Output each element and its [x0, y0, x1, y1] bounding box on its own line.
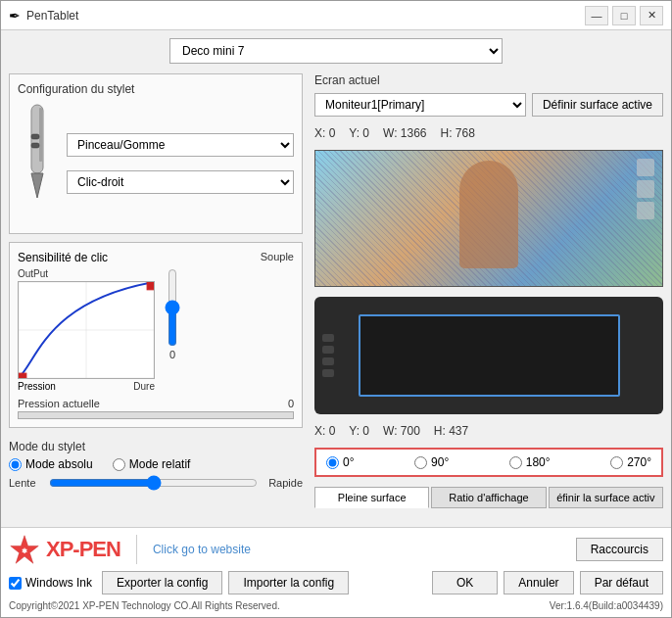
svg-text:✱: ✱ — [22, 547, 27, 555]
mode-relatif-label[interactable]: Mode relatif — [113, 457, 191, 471]
tablet-btn-3 — [322, 357, 334, 365]
shortcuts-button[interactable]: Raccourcis — [576, 538, 663, 561]
tablet-coord-x: X: 0 — [314, 424, 335, 438]
svg-marker-2 — [31, 173, 43, 198]
tablet-coord-row: X: 0 Y: 0 W: 700 H: 437 — [314, 424, 663, 438]
sensitivity-label: Sensibilité de clic — [18, 251, 108, 264]
coord-x: X: 0 — [314, 126, 335, 140]
app-title: PenTablet — [26, 9, 78, 23]
screen-select[interactable]: Moniteur1[Primary] — [314, 93, 526, 117]
pen-dropdowns: Pinceau/Gomme Clic-droit — [67, 123, 294, 194]
curve-container: OutPut — [18, 268, 294, 392]
pen-body: Pinceau/Gomme Clic-droit — [18, 100, 294, 217]
rotation-270-label[interactable]: 270° — [610, 455, 651, 469]
tablet-preview — [314, 297, 663, 414]
cancel-button[interactable]: Annuler — [504, 571, 573, 594]
curve-box — [18, 281, 155, 379]
speed-slider[interactable] — [49, 475, 258, 491]
lente-label: Lente — [9, 477, 43, 489]
speed-row: Lente Rapide — [9, 475, 303, 491]
define-surface-button[interactable]: Définir surface active — [532, 93, 663, 117]
svg-rect-11 — [19, 373, 26, 378]
sensitivity-section: Sensibilité de clic Souple OutPut — [9, 242, 303, 428]
maximize-button[interactable]: □ — [612, 6, 636, 25]
rotation-90-label[interactable]: 90° — [414, 455, 449, 469]
mode-absolu-label[interactable]: Mode absolu — [9, 457, 93, 471]
pression-label: Pression — [18, 381, 56, 392]
content-area: Deco mini 7 Configuration du stylet — [1, 30, 671, 527]
rotation-0-text: 0° — [343, 455, 354, 469]
action-row: Windows Ink Exporter la config Importer … — [9, 571, 663, 594]
version-text: Ver:1.6.4(Build:a0034439) — [550, 600, 663, 611]
rotation-270-text: 270° — [627, 455, 651, 469]
right-panel: Ecran actuel Moniteur1[Primary] Définir … — [314, 73, 663, 519]
rotation-0-radio[interactable] — [326, 456, 339, 469]
minimize-button[interactable]: — — [585, 6, 608, 25]
screen-preview — [314, 150, 663, 287]
tab-definir-surface[interactable]: éfinir la surface activ — [549, 487, 663, 508]
pressure-actual-label: Pression actuelle — [18, 398, 100, 409]
rotation-270-radio[interactable] — [610, 456, 623, 469]
close-button[interactable]: ✕ — [640, 6, 663, 25]
mode-section: Mode du stylet Mode absolu Mode relatif … — [9, 436, 303, 495]
copyright-text: Copyright©2021 XP-PEN Technology CO.All … — [9, 600, 280, 611]
tablet-inner — [359, 314, 620, 397]
tablet-btn-1 — [322, 334, 334, 342]
rapide-label: Rapide — [264, 477, 303, 489]
windows-ink-text: Windows Ink — [25, 576, 92, 590]
title-bar-left: ✒ PenTablet — [9, 8, 78, 24]
rotation-90-text: 90° — [431, 455, 449, 469]
rotation-section: 0° 90° 180° 270° — [314, 448, 663, 477]
import-config-button[interactable]: Importer la config — [228, 571, 349, 594]
pen-dropdown-2[interactable]: Clic-droit — [67, 170, 294, 194]
coord-y: Y: 0 — [349, 126, 369, 140]
windows-ink-checkbox[interactable] — [9, 577, 22, 590]
sensitivity-value: 0 — [169, 349, 175, 360]
pressure-bar-section: Pression actuelle 0 — [18, 398, 294, 419]
rotation-180-radio[interactable] — [509, 456, 522, 469]
curve-svg — [19, 282, 154, 378]
brand-name: XP-PEN — [46, 537, 120, 562]
tablet-buttons-left — [322, 334, 334, 377]
tablet-coord-w: W: 700 — [383, 424, 420, 438]
default-button[interactable]: Par défaut — [580, 571, 663, 594]
mode-absolu-radio[interactable] — [9, 458, 22, 471]
mode-relatif-text: Mode relatif — [129, 457, 191, 471]
brand-logo: ✱ XP-PEN — [9, 534, 120, 565]
ok-button[interactable]: OK — [432, 571, 498, 594]
svg-rect-4 — [31, 143, 39, 148]
sensitivity-header: Sensibilité de clic Souple — [18, 251, 294, 264]
left-panel: Configuration du stylet — [9, 73, 303, 519]
pen-config-section: Configuration du stylet — [9, 73, 303, 234]
mode-relatif-radio[interactable] — [113, 458, 125, 471]
brand-link[interactable]: Click go to website — [153, 543, 251, 556]
title-bar: ✒ PenTablet — □ ✕ — [1, 1, 671, 30]
device-select[interactable]: Deco mini 7 — [169, 38, 503, 64]
tab-ratio-affichage[interactable]: Ratio d'affichage — [431, 487, 546, 508]
pen-dropdown-1[interactable]: Pinceau/Gomme — [67, 133, 294, 157]
tablet-coord-h: H: 437 — [434, 424, 468, 438]
sensitivity-slider[interactable] — [163, 268, 182, 347]
rotation-180-label[interactable]: 180° — [509, 455, 551, 469]
tablet-btn-4 — [322, 369, 334, 377]
souple-label: Souple — [261, 251, 294, 262]
person-preview — [459, 161, 518, 268]
rotation-90-radio[interactable] — [414, 456, 427, 469]
tab-pleine-surface[interactable]: Pleine surface — [314, 487, 429, 508]
pen-config-label: Configuration du stylet — [18, 82, 294, 96]
main-columns: Configuration du stylet — [9, 73, 663, 519]
export-config-button[interactable]: Exporter la config — [102, 571, 222, 594]
icon2 — [637, 180, 654, 198]
rotation-180-text: 180° — [526, 455, 551, 469]
screen-top-row: Moniteur1[Primary] Définir surface activ… — [314, 93, 663, 117]
mode-label: Mode du stylet — [9, 440, 303, 453]
mode-absolu-text: Mode absolu — [25, 457, 93, 471]
desktop-icons — [637, 159, 654, 219]
brand-separator — [136, 535, 137, 564]
windows-ink-label[interactable]: Windows Ink — [9, 576, 92, 590]
svg-rect-1 — [39, 108, 42, 162]
app-icon: ✒ — [9, 8, 21, 24]
tablet-btn-2 — [322, 346, 334, 354]
bottom-area: ✱ XP-PEN Click go to website Raccourcis … — [1, 527, 671, 617]
rotation-0-label[interactable]: 0° — [326, 455, 354, 469]
